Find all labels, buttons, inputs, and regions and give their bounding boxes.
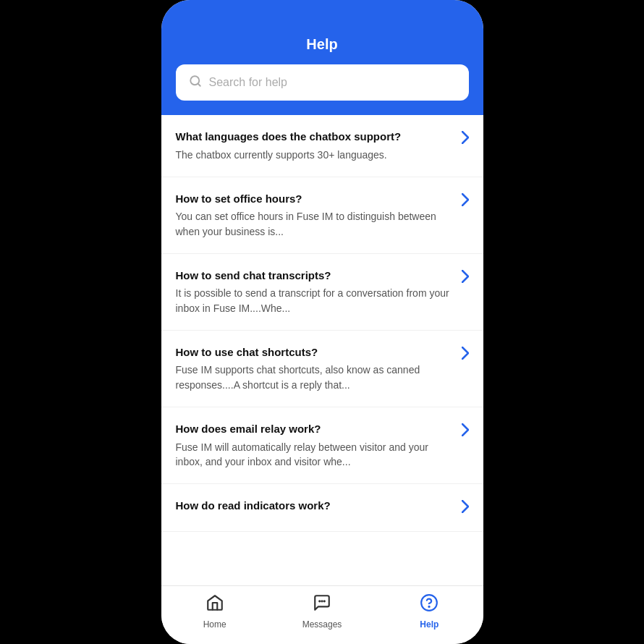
svg-line-1 <box>198 83 200 85</box>
chevron-right-icon <box>462 423 469 440</box>
faq-title: How do read indicators work? <box>176 499 454 513</box>
nav-label-messages: Messages <box>302 619 342 630</box>
search-bar[interactable] <box>176 64 469 101</box>
faq-item[interactable]: How to set office hours?You can set offi… <box>161 177 483 254</box>
faq-title: How to set office hours? <box>176 192 454 206</box>
faq-text: How do read indicators work? <box>176 499 454 517</box>
faq-description: Fuse IM supports chat shortcuts, also kn… <box>176 363 454 392</box>
faq-title: How to send chat transcripts? <box>176 268 454 283</box>
bottom-nav: Home Messages Help <box>161 585 483 644</box>
faq-item[interactable]: What languages does the chatbox support?… <box>161 115 483 177</box>
faq-title: What languages does the chatbox support? <box>176 130 454 144</box>
faq-description: The chatbox currently supports 30+ langu… <box>176 148 454 162</box>
phone-container: Help What languages does the chatbox sup… <box>161 0 483 644</box>
help-icon <box>420 593 438 617</box>
faq-title: How to use chat shortcuts? <box>176 345 454 360</box>
faq-description: You can set office hours in Fuse IM to d… <box>176 209 454 239</box>
nav-item-help[interactable]: Help <box>376 593 483 630</box>
faq-text: What languages does the chatbox support?… <box>176 130 454 162</box>
faq-item[interactable]: How do read indicators work? <box>161 484 483 532</box>
faq-item[interactable]: How does email relay work?Fuse IM will a… <box>161 407 483 484</box>
chevron-right-icon <box>462 131 469 148</box>
search-icon <box>189 75 202 90</box>
page-title: Help <box>176 36 469 53</box>
nav-label-home: Home <box>203 619 226 630</box>
nav-label-help: Help <box>420 619 438 630</box>
chevron-right-icon <box>462 270 469 287</box>
faq-text: How to set office hours?You can set offi… <box>176 192 454 239</box>
nav-item-home[interactable]: Home <box>161 593 268 630</box>
faq-description: It is possible to send a transcript for … <box>176 286 454 315</box>
home-icon <box>206 593 224 617</box>
nav-item-messages[interactable]: Messages <box>268 593 376 630</box>
chevron-right-icon <box>462 193 469 210</box>
header: Help <box>161 0 483 115</box>
faq-item[interactable]: How to send chat transcripts?It is possi… <box>161 254 483 331</box>
faq-text: How to use chat shortcuts?Fuse IM suppor… <box>176 345 454 392</box>
faq-title: How does email relay work? <box>176 422 454 436</box>
search-input[interactable] <box>209 76 456 89</box>
chevron-right-icon <box>462 347 469 363</box>
faq-item[interactable]: How to use chat shortcuts?Fuse IM suppor… <box>161 331 483 407</box>
faq-description: Fuse IM will automatically relay between… <box>176 440 454 470</box>
chevron-right-icon <box>462 500 469 517</box>
faq-text: How does email relay work?Fuse IM will a… <box>176 422 454 469</box>
messages-icon <box>313 593 331 617</box>
faq-list: What languages does the chatbox support?… <box>161 115 483 585</box>
faq-text: How to send chat transcripts?It is possi… <box>176 268 454 315</box>
